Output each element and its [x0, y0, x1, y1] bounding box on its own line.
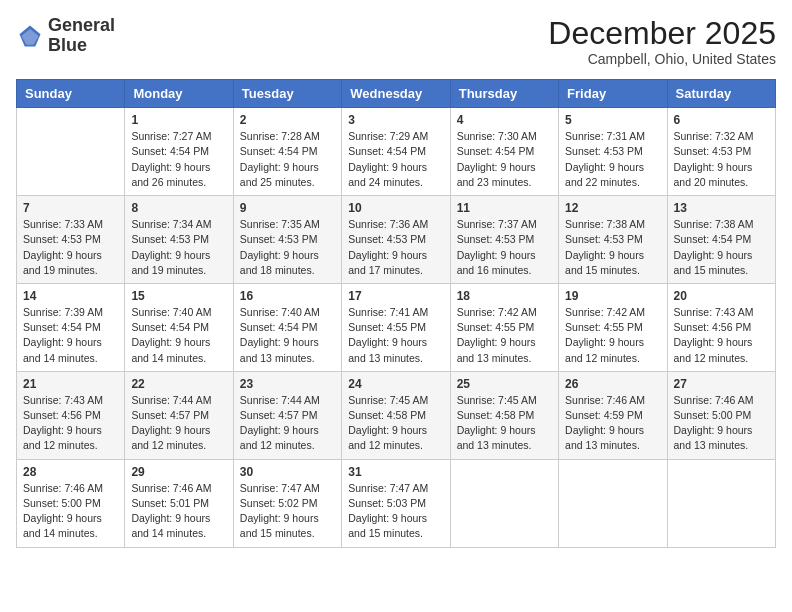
day-number: 12 — [565, 201, 660, 215]
location: Campbell, Ohio, United States — [548, 51, 776, 67]
calendar-cell — [17, 108, 125, 196]
daylight-text: Daylight: 9 hours and 12 minutes. — [674, 335, 769, 365]
sunset-text: Sunset: 4:53 PM — [348, 232, 443, 247]
sunrise-text: Sunrise: 7:31 AM — [565, 129, 660, 144]
day-number: 18 — [457, 289, 552, 303]
sunrise-text: Sunrise: 7:45 AM — [457, 393, 552, 408]
sunrise-text: Sunrise: 7:39 AM — [23, 305, 118, 320]
daylight-text: Daylight: 9 hours and 24 minutes. — [348, 160, 443, 190]
day-info: Sunrise: 7:40 AMSunset: 4:54 PMDaylight:… — [131, 305, 226, 366]
logo: General Blue — [16, 16, 115, 56]
day-info: Sunrise: 7:30 AMSunset: 4:54 PMDaylight:… — [457, 129, 552, 190]
sunrise-text: Sunrise: 7:47 AM — [240, 481, 335, 496]
daylight-text: Daylight: 9 hours and 14 minutes. — [131, 335, 226, 365]
daylight-text: Daylight: 9 hours and 17 minutes. — [348, 248, 443, 278]
calendar-cell: 6Sunrise: 7:32 AMSunset: 4:53 PMDaylight… — [667, 108, 775, 196]
sunrise-text: Sunrise: 7:42 AM — [565, 305, 660, 320]
calendar-week-4: 21Sunrise: 7:43 AMSunset: 4:56 PMDayligh… — [17, 371, 776, 459]
sunrise-text: Sunrise: 7:37 AM — [457, 217, 552, 232]
sunset-text: Sunset: 4:54 PM — [131, 144, 226, 159]
daylight-text: Daylight: 9 hours and 13 minutes. — [565, 423, 660, 453]
daylight-text: Daylight: 9 hours and 15 minutes. — [565, 248, 660, 278]
day-info: Sunrise: 7:27 AMSunset: 4:54 PMDaylight:… — [131, 129, 226, 190]
day-info: Sunrise: 7:46 AMSunset: 5:00 PMDaylight:… — [674, 393, 769, 454]
calendar-cell: 28Sunrise: 7:46 AMSunset: 5:00 PMDayligh… — [17, 459, 125, 547]
day-number: 10 — [348, 201, 443, 215]
sunrise-text: Sunrise: 7:38 AM — [565, 217, 660, 232]
sunrise-text: Sunrise: 7:43 AM — [23, 393, 118, 408]
sunset-text: Sunset: 4:55 PM — [565, 320, 660, 335]
calendar-cell: 19Sunrise: 7:42 AMSunset: 4:55 PMDayligh… — [559, 283, 667, 371]
sunset-text: Sunset: 4:58 PM — [348, 408, 443, 423]
sunrise-text: Sunrise: 7:32 AM — [674, 129, 769, 144]
day-info: Sunrise: 7:44 AMSunset: 4:57 PMDaylight:… — [240, 393, 335, 454]
sunrise-text: Sunrise: 7:46 AM — [565, 393, 660, 408]
day-info: Sunrise: 7:28 AMSunset: 4:54 PMDaylight:… — [240, 129, 335, 190]
month-title: December 2025 — [548, 16, 776, 51]
calendar-cell: 29Sunrise: 7:46 AMSunset: 5:01 PMDayligh… — [125, 459, 233, 547]
sunset-text: Sunset: 4:53 PM — [674, 144, 769, 159]
day-number: 23 — [240, 377, 335, 391]
daylight-text: Daylight: 9 hours and 16 minutes. — [457, 248, 552, 278]
calendar-cell: 15Sunrise: 7:40 AMSunset: 4:54 PMDayligh… — [125, 283, 233, 371]
sunset-text: Sunset: 4:54 PM — [674, 232, 769, 247]
daylight-text: Daylight: 9 hours and 14 minutes. — [23, 335, 118, 365]
calendar-cell — [450, 459, 558, 547]
daylight-text: Daylight: 9 hours and 14 minutes. — [23, 511, 118, 541]
daylight-text: Daylight: 9 hours and 12 minutes. — [131, 423, 226, 453]
calendar-cell: 31Sunrise: 7:47 AMSunset: 5:03 PMDayligh… — [342, 459, 450, 547]
sunrise-text: Sunrise: 7:46 AM — [131, 481, 226, 496]
sunrise-text: Sunrise: 7:45 AM — [348, 393, 443, 408]
day-number: 25 — [457, 377, 552, 391]
calendar-cell: 23Sunrise: 7:44 AMSunset: 4:57 PMDayligh… — [233, 371, 341, 459]
daylight-text: Daylight: 9 hours and 12 minutes. — [240, 423, 335, 453]
day-info: Sunrise: 7:46 AMSunset: 5:00 PMDaylight:… — [23, 481, 118, 542]
sunrise-text: Sunrise: 7:42 AM — [457, 305, 552, 320]
sunset-text: Sunset: 4:56 PM — [674, 320, 769, 335]
sunset-text: Sunset: 4:59 PM — [565, 408, 660, 423]
sunrise-text: Sunrise: 7:40 AM — [240, 305, 335, 320]
day-info: Sunrise: 7:40 AMSunset: 4:54 PMDaylight:… — [240, 305, 335, 366]
daylight-text: Daylight: 9 hours and 19 minutes. — [131, 248, 226, 278]
day-number: 2 — [240, 113, 335, 127]
day-info: Sunrise: 7:45 AMSunset: 4:58 PMDaylight:… — [348, 393, 443, 454]
calendar-cell: 10Sunrise: 7:36 AMSunset: 4:53 PMDayligh… — [342, 196, 450, 284]
daylight-text: Daylight: 9 hours and 20 minutes. — [674, 160, 769, 190]
sunset-text: Sunset: 4:53 PM — [240, 232, 335, 247]
sunset-text: Sunset: 4:58 PM — [457, 408, 552, 423]
daylight-text: Daylight: 9 hours and 13 minutes. — [457, 335, 552, 365]
day-number: 22 — [131, 377, 226, 391]
day-info: Sunrise: 7:37 AMSunset: 4:53 PMDaylight:… — [457, 217, 552, 278]
calendar-cell — [559, 459, 667, 547]
day-info: Sunrise: 7:43 AMSunset: 4:56 PMDaylight:… — [23, 393, 118, 454]
sunset-text: Sunset: 4:54 PM — [240, 144, 335, 159]
day-number: 6 — [674, 113, 769, 127]
day-info: Sunrise: 7:31 AMSunset: 4:53 PMDaylight:… — [565, 129, 660, 190]
weekday-header-wednesday: Wednesday — [342, 80, 450, 108]
calendar-cell: 16Sunrise: 7:40 AMSunset: 4:54 PMDayligh… — [233, 283, 341, 371]
sunset-text: Sunset: 4:56 PM — [23, 408, 118, 423]
sunset-text: Sunset: 5:01 PM — [131, 496, 226, 511]
calendar-cell: 1Sunrise: 7:27 AMSunset: 4:54 PMDaylight… — [125, 108, 233, 196]
calendar-cell: 18Sunrise: 7:42 AMSunset: 4:55 PMDayligh… — [450, 283, 558, 371]
day-info: Sunrise: 7:36 AMSunset: 4:53 PMDaylight:… — [348, 217, 443, 278]
calendar-table: SundayMondayTuesdayWednesdayThursdayFrid… — [16, 79, 776, 547]
calendar-cell: 11Sunrise: 7:37 AMSunset: 4:53 PMDayligh… — [450, 196, 558, 284]
day-number: 17 — [348, 289, 443, 303]
daylight-text: Daylight: 9 hours and 13 minutes. — [674, 423, 769, 453]
calendar-week-2: 7Sunrise: 7:33 AMSunset: 4:53 PMDaylight… — [17, 196, 776, 284]
day-info: Sunrise: 7:32 AMSunset: 4:53 PMDaylight:… — [674, 129, 769, 190]
sunrise-text: Sunrise: 7:38 AM — [674, 217, 769, 232]
day-number: 11 — [457, 201, 552, 215]
sunrise-text: Sunrise: 7:33 AM — [23, 217, 118, 232]
calendar-cell: 21Sunrise: 7:43 AMSunset: 4:56 PMDayligh… — [17, 371, 125, 459]
sunset-text: Sunset: 4:53 PM — [457, 232, 552, 247]
logo-icon — [16, 22, 44, 50]
weekday-header-tuesday: Tuesday — [233, 80, 341, 108]
day-info: Sunrise: 7:42 AMSunset: 4:55 PMDaylight:… — [565, 305, 660, 366]
day-number: 31 — [348, 465, 443, 479]
calendar-cell: 24Sunrise: 7:45 AMSunset: 4:58 PMDayligh… — [342, 371, 450, 459]
sunset-text: Sunset: 4:55 PM — [348, 320, 443, 335]
daylight-text: Daylight: 9 hours and 12 minutes. — [348, 423, 443, 453]
day-number: 7 — [23, 201, 118, 215]
